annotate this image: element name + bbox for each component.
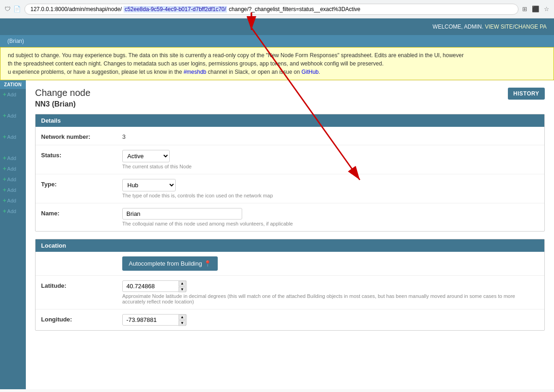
warning-text2: th the spreadsheet content each night. C… [8,60,384,67]
name-help: The colloquial name of this node used am… [122,221,539,226]
url-before: 127.0.0.1:8000/admin/meshapi/node/ [30,6,122,12]
django-header: WELCOME, ADMIN. VIEW SITE / CHANGE PA [0,18,554,35]
sidebar-add-4e[interactable]: + Add [0,195,26,206]
github-link[interactable]: GitHub [301,69,318,75]
url-bar[interactable]: 127.0.0.1:8000/admin/meshapi/node/c52ee8… [24,4,518,15]
network-number-row: Network number: 3 [36,127,544,145]
name-label: Name: [41,208,115,217]
longitude-down[interactable]: ▼ [179,320,186,326]
url-after: change/?_changelist_filters=status__exac… [229,6,360,12]
status-field: Active Inactive Potential The current st… [122,150,539,169]
details-legend: Details [36,114,544,127]
autocomplete-row: Autocomplete from Building 📍 [36,252,544,276]
longitude-up[interactable]: ▲ [179,314,186,320]
warning-text5: . [319,69,320,75]
location-legend: Location [36,239,544,252]
sidebar-section-1: ZATION [0,80,26,89]
status-help: The current status of this Node [122,164,539,169]
autocomplete-field: Autocomplete from Building 📍 [122,256,539,271]
sidebar-add-2[interactable]: + Add [0,110,26,121]
object-title: NN3 (Brian) [35,100,90,108]
browser-icons: 🛡 📄 [5,6,21,12]
page-wrapper: 🛡 📄 127.0.0.1:8000/admin/meshapi/node/c5… [0,0,554,389]
autocomplete-label-spacer [41,256,115,258]
name-field: The colloquial name of this node used am… [122,208,539,226]
name-row: Name: The colloquial name of this node u… [36,203,544,231]
latitude-down[interactable]: ▼ [179,286,186,292]
status-select[interactable]: Active Inactive Potential [122,150,170,162]
warning-text1: nd subject to change. You may experience… [8,52,464,59]
warning-banner: nd subject to change. You may experience… [0,47,554,80]
page-title: Change node [35,88,90,98]
latitude-up[interactable]: ▲ [179,280,186,286]
sidebar-add-4a[interactable]: + Add [0,153,26,163]
sidebar-block-3: + Add [0,123,26,142]
network-number-field: 3 [122,131,539,140]
longitude-input[interactable] [122,314,187,326]
sidebar-section-4 [0,144,26,153]
longitude-spinners: ▲ ▼ [179,314,186,326]
sidebar-add-4d[interactable]: + Add [0,184,26,195]
longitude-input-wrap: ▲ ▼ [122,314,187,326]
view-site-link[interactable]: VIEW SITE [485,24,513,30]
page-icon: 📄 [13,6,21,12]
location-fieldset-body: Autocomplete from Building 📍 Latitude: ▲… [36,252,544,330]
latitude-row: Latitude: ▲ ▼ Approximate Node latitude … [36,276,544,309]
meshdb-link[interactable]: #meshdb [184,69,206,75]
shield-icon: 🛡 [5,6,11,12]
sidebar: ZATION + Add + Add + Add + Add + Add + A… [0,80,26,389]
sidebar-add-1[interactable]: + Add [0,89,26,100]
sidebar-section-3 [0,123,26,131]
sidebar-section-2 [0,101,26,110]
type-help: The type of node this is, controls the i… [122,193,539,198]
grid-icon: ⊞ [522,6,527,12]
page-header: Change node NN3 (Brian) HISTORY [35,88,545,108]
warning-text3: u experience problems, or have a suggest… [8,69,184,75]
user-bar: (Brian) [0,35,554,47]
browser-actions: ⊞ ⬛ ☆ [522,6,549,12]
latitude-input-wrap: ▲ ▼ [122,280,187,292]
network-number-value: 3 [122,131,539,140]
sidebar-add-3[interactable]: + Add [0,131,26,142]
status-row: Status: Active Inactive Potential The cu… [36,145,544,174]
bookmark-icon: ☆ [544,6,549,12]
latitude-help: Approximate Node latitude in decimal deg… [122,293,539,304]
url-highlight: c52ee8da-9c59-4ec9-b017-d7bff2df1c70/ [124,6,227,12]
longitude-label: Longitude: [41,314,115,323]
sidebar-block-2: + Add [0,101,26,121]
location-fieldset: Location Autocomplete from Building 📍 La… [35,239,545,331]
network-number-label: Network number: [41,131,115,140]
longitude-row: Longitude: ▲ ▼ [36,309,544,330]
sidebar-block-1: ZATION + Add [0,80,26,100]
type-row: Type: Hub Standard Supernode PTP The typ… [36,174,544,203]
latitude-label: Latitude: [41,280,115,289]
status-label: Status: [41,150,115,159]
longitude-field: ▲ ▼ [122,314,539,326]
autocomplete-button[interactable]: Autocomplete from Building 📍 [122,256,218,271]
type-select[interactable]: Hub Standard Supernode PTP [122,179,176,191]
latitude-field: ▲ ▼ Approximate Node latitude in decimal… [122,280,539,304]
sidebar-block-4: + Add + Add + Add + Add + Add + Add [0,144,26,216]
page-title-area: Change node NN3 (Brian) [35,88,90,108]
name-input[interactable] [122,208,242,220]
warning-text4: channel in Slack, or open an issue on [206,69,301,75]
user-bar-text: (Brian) [7,38,24,44]
sidebar-add-4f[interactable]: + Add [0,206,26,216]
welcome-text: WELCOME, ADMIN. [433,24,483,30]
page-layout: ZATION + Add + Add + Add + Add + Add + A… [0,80,554,389]
type-field: Hub Standard Supernode PTP The type of n… [122,179,539,198]
sidebar-add-4c[interactable]: + Add [0,174,26,184]
sidebar-add-4b[interactable]: + Add [0,163,26,174]
type-label: Type: [41,179,115,188]
browser-bar: 🛡 📄 127.0.0.1:8000/admin/meshapi/node/c5… [0,0,554,18]
main-content: Change node NN3 (Brian) HISTORY Details … [26,80,554,389]
details-fieldset: Details Network number: 3 Status: [35,114,545,232]
latitude-spinners: ▲ ▼ [179,280,186,292]
change-password-link[interactable]: CHANGE PA [514,24,547,30]
extensions-icon: ⬛ [532,6,539,12]
details-fieldset-body: Network number: 3 Status: Active Inactiv… [36,127,544,231]
latitude-input[interactable] [122,280,187,292]
history-button[interactable]: HISTORY [508,88,545,100]
